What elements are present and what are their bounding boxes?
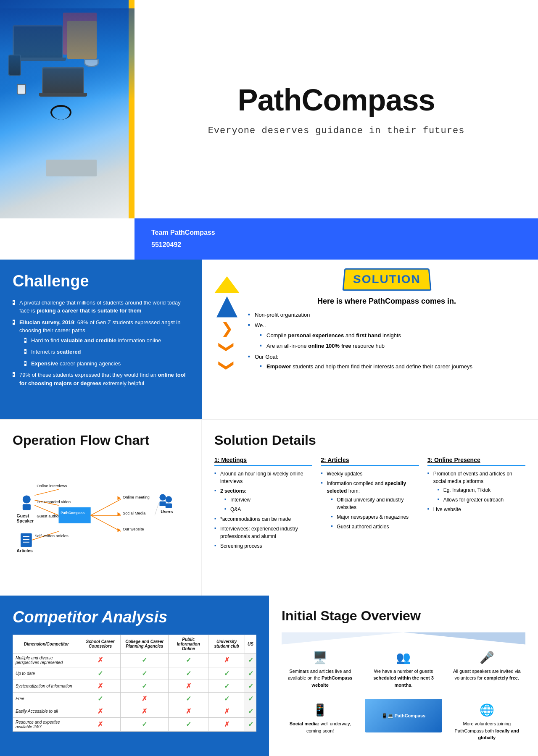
initial-item-6: 🌐 More volunteers joining PathCompass bo…	[448, 699, 525, 746]
initial-text-4: Social media: well underway, coming soon…	[286, 720, 354, 734]
meetings-title: 1: Meetings	[214, 457, 312, 466]
cell-6-3: ✓	[169, 717, 208, 731]
svg-point-30	[166, 496, 172, 502]
funnel-shape	[282, 632, 525, 645]
row-label-3: Systematization of Information	[13, 680, 80, 692]
hero-image	[0, 0, 134, 218]
cell-3-3: ✗	[169, 680, 208, 692]
cell-3-2: ✓	[121, 680, 169, 692]
challenge-panel: Challenge A pivotal challenge that milli…	[0, 260, 202, 419]
svg-point-28	[159, 494, 166, 500]
svg-text:Social Media: Social Media	[123, 511, 146, 515]
challenge-heading: Challenge	[13, 272, 189, 290]
challenge-item-2: Ellucian survey, 2019: 68% of Gen Z stud…	[13, 318, 189, 368]
cell-6-1: ✗	[80, 717, 121, 731]
cell-1-2: ✓	[121, 653, 169, 667]
initial-heading: Initial Stage Overview	[282, 608, 525, 624]
online-item-2: Live website	[427, 506, 525, 513]
meeting-sub-2: Q&A	[220, 506, 312, 513]
device-image: 📱💻 PathCompass	[365, 699, 442, 732]
cell-2-3: ✓	[169, 667, 208, 680]
meeting-item-2: 2 sections: Interview Q&A	[214, 487, 312, 513]
cell-3-4: ✓	[208, 680, 245, 692]
cell-4-5: ✓	[245, 692, 256, 705]
globe-icon: 🌐	[453, 703, 521, 717]
initial-text-6: More volunteers joining PathCompass both…	[453, 720, 521, 741]
svg-marker-27	[117, 528, 121, 532]
svg-rect-4	[21, 533, 32, 546]
article-sub-1: Official university and industry website…	[327, 496, 419, 511]
challenge-sub-1: Hard to find valuable and credible infor…	[19, 336, 189, 345]
svg-rect-17	[59, 507, 91, 523]
row-label-5: Easily Accessible to all	[13, 705, 80, 717]
online-list: Promotion of events and articles on soci…	[427, 470, 525, 513]
bottom-section: Competitor Analysis Dimension/Competitor…	[0, 596, 538, 756]
initial-item-3: 🎤 All guest speakers are invited via vol…	[448, 646, 525, 693]
svg-text:Articles: Articles	[17, 548, 33, 553]
svg-marker-35	[282, 632, 404, 644]
col-header-university: University student club	[208, 635, 245, 653]
article-sub-3: Guest authored articles	[327, 523, 419, 530]
solution-badge: SOLUTION	[248, 268, 525, 291]
social-icon: 📱	[286, 703, 354, 717]
details-col-meetings: 1: Meetings Around an hour long bi-weekl…	[214, 457, 312, 552]
cell-1-5: ✓	[245, 653, 256, 667]
solution-details-heading: Solution Details	[214, 433, 525, 448]
table-row: Resource and expertise available 24/7 ✗ …	[13, 717, 256, 731]
svg-text:Users: Users	[161, 509, 173, 514]
flow-panel: Operation Flow Chart Guest Speaker Artic…	[0, 420, 202, 596]
svg-text:Online meeting: Online meeting	[123, 495, 150, 499]
solution-sub-3: Empower students and help them find thei…	[255, 362, 525, 371]
row-label-1: Multiple and diverse perspectives repres…	[13, 653, 80, 667]
table-row: Up to date ✓ ✓ ✓ ✓ ✓	[13, 667, 256, 680]
hero-content: PathCompass Everyone deserves guidance i…	[134, 0, 538, 218]
cell-5-2: ✗	[121, 705, 169, 717]
flow-heading: Operation Flow Chart	[13, 433, 189, 448]
article-sub-2: Major newspapers & magazines	[327, 513, 419, 521]
cell-4-2: ✗	[121, 692, 169, 705]
col-header-us: US	[245, 635, 256, 653]
article-item-2: Information compiled and specially selec…	[321, 480, 419, 530]
svg-line-33	[155, 503, 159, 515]
flow-chart-svg: Guest Speaker Articles Online interviews…	[13, 457, 189, 574]
team-bar: Team PathCompass 55120492	[134, 218, 538, 260]
table-row: Easily Accessible to all ✗ ✗ ✗ ✗ ✓	[13, 705, 256, 717]
cell-5-1: ✗	[80, 705, 121, 717]
solution-sub-1: Compile personal experiences and first h…	[255, 331, 525, 340]
svg-text:Guest: Guest	[17, 513, 29, 518]
solution-details-panel: Solution Details 1: Meetings Around an h…	[202, 420, 538, 596]
solution-item-2: We.. Compile personal experiences and fi…	[248, 321, 525, 350]
online-item-1: Promotion of events and articles on soci…	[427, 470, 525, 504]
challenge-list: A pivotal challenge that millions of stu…	[13, 299, 189, 388]
cell-5-5: ✓	[245, 705, 256, 717]
cell-3-1: ✗	[80, 680, 121, 692]
challenge-item-3: 79% of these students expressed that the…	[13, 371, 189, 387]
competitor-heading: Competitor Analysis	[13, 608, 256, 626]
challenge-solution-section: Challenge A pivotal challenge that milli…	[0, 260, 538, 419]
row-label-6: Resource and expertise available 24/7	[13, 717, 80, 731]
challenge-sub-2: Internet is scattered	[19, 348, 189, 356]
svg-text:Pre-recorded video: Pre-recorded video	[37, 499, 71, 504]
cell-1-4: ✗	[208, 653, 245, 667]
svg-text:Self-written articles: Self-written articles	[34, 533, 69, 538]
svg-line-19	[91, 499, 121, 515]
initial-item-5: 📋 Registered non-profit in Canada	[282, 752, 359, 756]
online-sub-1: Eg. Instagram, Tiktok	[433, 486, 525, 494]
table-row: Free ✓ ✗ ✓ ✓ ✓	[13, 692, 256, 705]
challenge-sub-3: Expensive career planning agencies	[19, 360, 189, 368]
speaker-icon: 🎤	[453, 651, 521, 664]
cell-6-4: ✗	[208, 717, 245, 731]
articles-list: Weekly updates Information compiled and …	[321, 470, 419, 530]
row-label-4: Free	[13, 692, 80, 705]
svg-rect-1	[23, 504, 31, 510]
initial-grid: 🖥️ Seminars and articles live and availa…	[282, 646, 525, 756]
initial-text-3: All guest speakers are invited via volun…	[453, 668, 521, 682]
cell-5-4: ✗	[208, 705, 245, 717]
solution-panel: ❯ ❯ ❯ SOLUTION Here is where PathCompass…	[202, 260, 538, 419]
table-row: Systematization of Information ✗ ✓ ✗ ✓ ✓	[13, 680, 256, 692]
cell-2-4: ✓	[208, 667, 245, 680]
solution-item-3: Our Goal: Empower students and help them…	[248, 353, 525, 371]
flow-details-section: Operation Flow Chart Guest Speaker Artic…	[0, 419, 538, 596]
cell-4-4: ✓	[208, 692, 245, 705]
cell-2-5: ✓	[245, 667, 256, 680]
